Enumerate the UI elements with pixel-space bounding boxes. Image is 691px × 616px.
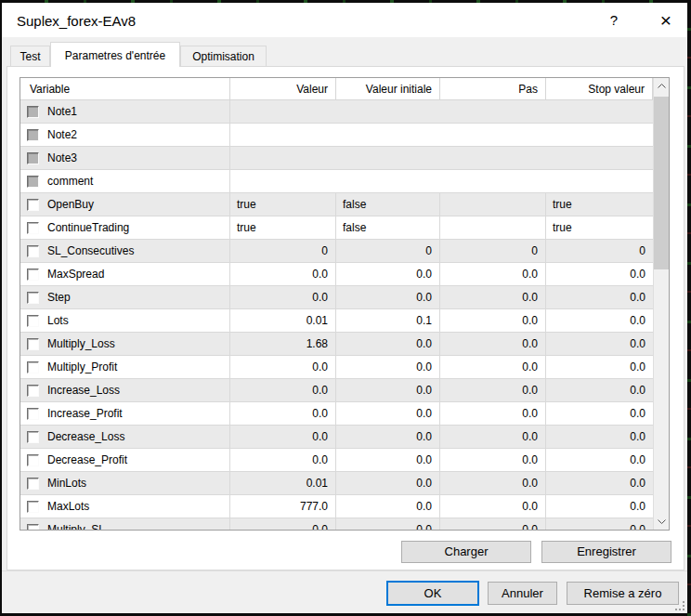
parameter-value[interactable]: 0.0 (546, 356, 653, 379)
parameter-value[interactable]: 0.0 (230, 449, 336, 472)
parameter-value[interactable]: 777.0 (230, 495, 336, 518)
parameter-value[interactable]: 0.0 (440, 495, 546, 518)
optimize-checkbox[interactable] (27, 338, 39, 350)
parameter-value[interactable]: 0.0 (546, 263, 653, 286)
scrollbar-thumb[interactable] (654, 97, 669, 269)
scroll-up-icon[interactable] (654, 78, 669, 94)
parameter-value[interactable]: 0.0 (230, 426, 336, 449)
table-row[interactable]: MaxSpread0.00.00.00.0 (20, 263, 653, 286)
parameter-value[interactable]: 0.0 (546, 286, 653, 309)
parameter-value[interactable]: 0.0 (440, 426, 546, 449)
optimize-checkbox[interactable] (27, 385, 39, 397)
parameter-value[interactable]: 0.0 (336, 495, 440, 518)
parameter-value[interactable]: 0.0 (336, 333, 440, 356)
optimize-checkbox[interactable] (27, 222, 39, 234)
parameter-value[interactable]: 0.01 (230, 472, 336, 495)
optimize-checkbox[interactable] (27, 524, 39, 531)
resize-grip[interactable] (675, 601, 684, 610)
parameter-value[interactable]: 0.0 (336, 426, 440, 449)
table-row[interactable]: Multiply_SL0.00.00.00.0 (20, 518, 653, 530)
save-button[interactable]: Enregistrer (541, 541, 671, 563)
parameter-value[interactable]: 0.0 (336, 402, 440, 426)
column-header-pas[interactable]: Pas (440, 78, 546, 100)
column-header-variable[interactable]: Variable (20, 78, 230, 100)
parameter-value[interactable]: 0.0 (230, 518, 336, 530)
parameter-value[interactable]: 0.0 (440, 472, 546, 495)
parameter-value[interactable]: 0.0 (546, 333, 653, 356)
column-header-valeur[interactable]: Valeur (230, 78, 336, 100)
parameter-value[interactable]: 0.0 (230, 402, 336, 426)
parameter-value[interactable]: 0.0 (440, 518, 546, 530)
optimize-checkbox[interactable] (27, 408, 39, 420)
parameter-value-merged[interactable] (230, 147, 653, 170)
parameter-value[interactable]: 0.0 (440, 402, 546, 426)
table-row[interactable]: Multiply_Loss1.680.00.00.0 (20, 333, 653, 356)
parameter-value[interactable]: 0.0 (440, 356, 546, 379)
optimize-checkbox[interactable] (27, 454, 39, 466)
parameter-value[interactable]: 0.0 (546, 518, 653, 530)
parameter-value[interactable]: 0.0 (230, 356, 336, 379)
parameter-value[interactable]: 0.0 (440, 309, 546, 333)
reset-button[interactable]: Remise a zéro (567, 582, 679, 605)
parameter-value[interactable]: 0.0 (336, 286, 440, 309)
parameter-value[interactable]: 0.0 (440, 379, 546, 402)
parameter-value[interactable]: true (230, 216, 336, 240)
optimize-checkbox[interactable] (27, 361, 39, 374)
parameter-value[interactable]: 0.0 (336, 263, 440, 286)
parameter-value[interactable]: 0.0 (546, 379, 653, 402)
parameter-value[interactable] (440, 216, 546, 240)
parameter-value[interactable]: 0.0 (546, 495, 653, 518)
parameter-value[interactable]: 0.0 (336, 472, 440, 495)
parameter-value-merged[interactable] (230, 100, 653, 124)
parameter-value[interactable]: 0.0 (440, 263, 546, 286)
cancel-button[interactable]: Annuler (488, 582, 557, 605)
optimize-checkbox[interactable] (27, 269, 39, 281)
optimize-checkbox[interactable] (27, 478, 39, 490)
parameter-value[interactable]: true (546, 193, 653, 216)
load-button[interactable]: Charger (401, 541, 531, 563)
parameter-value[interactable]: 0.0 (440, 286, 546, 309)
scroll-down-icon[interactable] (654, 514, 669, 530)
optimize-checkbox[interactable] (27, 315, 39, 327)
help-button[interactable]: ? (598, 3, 630, 37)
optimize-checkbox[interactable] (27, 199, 39, 211)
parameter-value[interactable]: 0.0 (546, 426, 653, 449)
table-row[interactable]: ContinueTradingtruefalsetrue (20, 216, 653, 240)
table-row[interactable]: Step0.00.00.00.0 (20, 286, 653, 309)
parameter-value[interactable]: 0.0 (440, 333, 546, 356)
parameter-value[interactable]: false (336, 216, 440, 240)
parameter-value[interactable]: true (546, 216, 653, 240)
parameter-value[interactable]: 0.1 (336, 309, 440, 333)
table-row[interactable]: Decrease_Loss0.00.00.00.0 (20, 426, 653, 449)
parameter-value[interactable]: 0 (546, 240, 653, 263)
tab-test[interactable]: Test (10, 46, 50, 67)
optimize-checkbox[interactable] (27, 501, 39, 513)
parameter-value[interactable]: 0.0 (546, 402, 653, 426)
parameter-value[interactable]: 0.0 (440, 449, 546, 472)
table-row[interactable]: Multiply_Profit0.00.00.00.0 (20, 356, 653, 379)
table-row[interactable]: Decrease_Profit0.00.00.00.0 (20, 449, 653, 472)
parameter-value-merged[interactable] (230, 124, 653, 147)
table-row[interactable]: comment (20, 170, 653, 193)
parameter-value[interactable]: 0.0 (336, 518, 440, 530)
optimize-checkbox[interactable] (27, 292, 39, 304)
vertical-scrollbar[interactable] (653, 78, 669, 530)
column-header-stop-valeur[interactable]: Stop valeur (546, 78, 653, 100)
parameter-value[interactable]: 1.68 (230, 333, 336, 356)
parameter-value[interactable]: 0 (230, 240, 336, 263)
table-row[interactable]: MinLots0.010.00.00.0 (20, 472, 653, 495)
parameter-value[interactable]: true (230, 193, 336, 216)
parameter-value[interactable]: 0.0 (230, 379, 336, 402)
parameter-value[interactable]: 0.0 (546, 449, 653, 472)
table-row[interactable]: SL_Consecutives0000 (20, 240, 653, 263)
parameter-value[interactable]: 0.0 (230, 286, 336, 309)
tab-optimisation[interactable]: Optimisation (180, 46, 267, 67)
optimize-checkbox[interactable] (27, 431, 39, 443)
parameter-value[interactable]: 0.0 (546, 472, 653, 495)
tab-parametres-entree[interactable]: Parametres d'entrée (50, 42, 180, 67)
table-row[interactable]: Note2 (20, 124, 653, 147)
table-row[interactable]: OpenBuytruefalsetrue (20, 193, 653, 216)
table-row[interactable]: Increase_Profit0.00.00.00.0 (20, 402, 653, 426)
table-row[interactable]: Increase_Loss0.00.00.00.0 (20, 379, 653, 402)
parameter-value[interactable]: 0 (336, 240, 440, 263)
